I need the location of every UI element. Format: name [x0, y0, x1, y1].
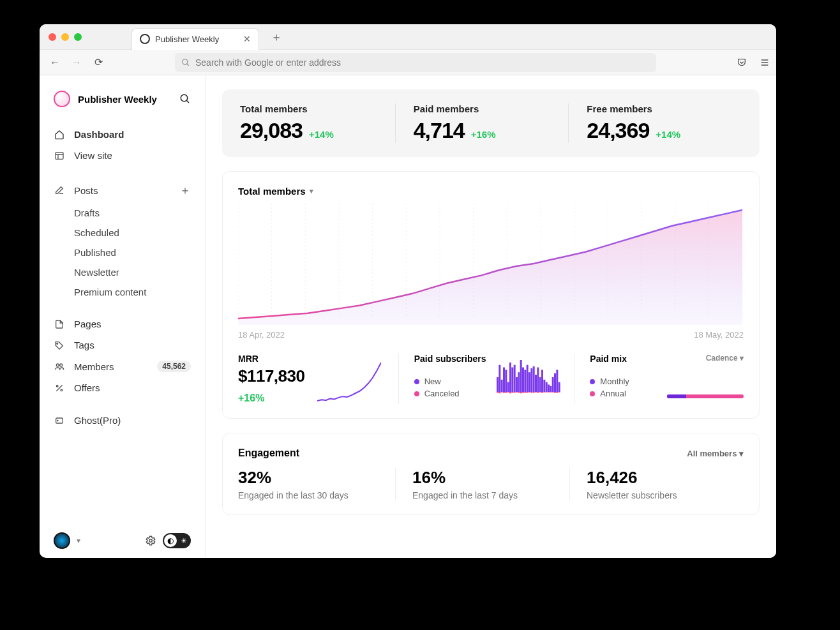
menu-icon[interactable] [760, 57, 770, 68]
sidebar-item-offers[interactable]: Offers [40, 377, 205, 398]
sidebar-item-premium[interactable]: Premium content [40, 282, 205, 302]
sidebar-item-drafts[interactable]: Drafts [40, 203, 205, 223]
sidebar-item-pages[interactable]: Pages [40, 313, 205, 334]
svg-rect-86 [550, 392, 551, 393]
url-bar[interactable]: Search with Google or enter address [175, 53, 656, 72]
sidebar-item-scheduled[interactable]: Scheduled [40, 223, 205, 243]
svg-rect-47 [509, 363, 511, 392]
window-controls [49, 33, 82, 41]
chevron-down-icon: ▾ [310, 187, 313, 195]
sidebar-item-label: Newsletter [74, 267, 119, 278]
workspace-title[interactable]: Publisher Weekly [78, 94, 172, 105]
stats-cards: Total members 29,083 +14% Paid members 4… [222, 89, 760, 157]
svg-rect-57 [520, 360, 521, 392]
svg-rect-79 [543, 380, 545, 392]
minimize-window-icon[interactable] [61, 33, 69, 41]
svg-rect-45 [507, 382, 509, 392]
paid-subscribers-card[interactable]: Paid subscribers New Canceled [398, 354, 568, 404]
svg-line-1 [187, 63, 189, 65]
sidebar-footer: ▾ ◐ ☀ [40, 532, 205, 549]
sidebar-item-newsletter[interactable]: Newsletter [40, 262, 205, 282]
svg-rect-94 [558, 392, 560, 393]
svg-rect-92 [556, 392, 558, 393]
svg-rect-58 [520, 392, 521, 393]
svg-rect-60 [522, 392, 524, 393]
pocket-icon[interactable] [737, 57, 747, 68]
svg-rect-71 [535, 375, 537, 392]
mrr-card[interactable]: MRR $117,830 +16% [238, 354, 392, 404]
sidebar-item-label: Members [74, 361, 114, 372]
sidebar-item-ghost-pro[interactable]: Ghost(Pro) [40, 410, 205, 431]
members-chart-card: Total members ▾ 18 Apr, 2022 18 May, 202… [222, 171, 760, 419]
svg-rect-70 [532, 392, 534, 393]
sidebar-item-label: Dashboard [74, 129, 124, 140]
sidebar-item-label: Drafts [74, 207, 100, 218]
titlebar: Publisher Weekly ✕ ＋ [40, 24, 776, 50]
svg-rect-80 [543, 392, 545, 393]
stat-paid-members[interactable]: Paid members 4,714 +16% [395, 103, 569, 143]
stat-total-members[interactable]: Total members 29,083 +14% [240, 103, 395, 143]
sidebar-item-label: Posts [74, 185, 98, 196]
sidebar-item-posts[interactable]: Posts ＋ [40, 177, 205, 203]
cadence-dropdown[interactable]: Cadence ▾ [706, 354, 744, 364]
avatar[interactable] [54, 532, 70, 549]
new-tab-icon[interactable]: ＋ [271, 29, 282, 45]
svg-rect-73 [537, 368, 539, 392]
svg-rect-52 [513, 392, 515, 393]
svg-rect-37 [499, 365, 500, 392]
tag-icon [54, 340, 65, 350]
stat-label: Paid members [414, 103, 556, 114]
forward-icon[interactable]: → [68, 57, 86, 68]
sidebar-item-view-site[interactable]: View site [40, 145, 205, 166]
chart-dropdown[interactable]: Total members ▾ [238, 186, 744, 197]
svg-rect-49 [511, 368, 513, 392]
edit-icon [54, 185, 65, 195]
svg-rect-84 [548, 392, 550, 393]
chart-start-date: 18 Apr, 2022 [238, 330, 285, 340]
search-icon [181, 58, 190, 67]
engagement-30d[interactable]: 32% Engaged in the last 30 days [238, 468, 395, 500]
svg-rect-43 [505, 370, 507, 392]
theme-toggle[interactable]: ◐ ☀ [163, 533, 191, 548]
chevron-down-icon[interactable]: ▾ [77, 536, 80, 545]
back-icon[interactable]: ← [46, 57, 64, 68]
svg-point-17 [57, 420, 58, 421]
page-icon [54, 319, 65, 329]
svg-rect-85 [550, 386, 551, 392]
legend-dot-icon [414, 391, 419, 396]
engagement-newsletter[interactable]: 16,426 Newsletter subscribers [569, 468, 744, 500]
svg-rect-41 [503, 368, 505, 392]
svg-point-10 [57, 343, 58, 344]
stat-label: Free members [587, 103, 729, 114]
close-window-icon[interactable] [49, 33, 56, 41]
engagement-7d[interactable]: 16% Engaged in the last 7 days [395, 468, 569, 500]
browser-tab[interactable]: Publisher Weekly ✕ [131, 28, 259, 50]
engagement-value: 16% [412, 468, 569, 488]
engagement-dropdown[interactable]: All members ▾ [687, 449, 744, 458]
members-count-badge: 45,562 [157, 361, 191, 372]
stat-free-members[interactable]: Free members 24,369 +14% [568, 103, 742, 143]
chevron-down-icon: ▾ [739, 449, 744, 458]
gear-icon[interactable] [145, 535, 156, 546]
sidebar-item-dashboard[interactable]: Dashboard [40, 124, 205, 145]
stat-label: Total members [240, 103, 382, 114]
svg-rect-67 [530, 368, 532, 392]
sidebar-item-tags[interactable]: Tags [40, 334, 205, 356]
legend-dot-icon [590, 379, 595, 384]
main-content: Total members 29,083 +14% Paid members 4… [206, 75, 776, 558]
legend-dot-icon [590, 391, 595, 396]
close-tab-icon[interactable]: ✕ [243, 34, 251, 44]
svg-point-14 [56, 385, 58, 387]
paid-mix-card[interactable]: Paid mix Cadence ▾ Monthly Annual [574, 354, 744, 404]
svg-line-13 [56, 385, 62, 391]
sidebar-item-published[interactable]: Published [40, 243, 205, 262]
maximize-window-icon[interactable] [74, 33, 82, 41]
svg-rect-61 [524, 370, 526, 392]
sidebar-item-members[interactable]: Members 45,562 [40, 356, 205, 377]
search-icon[interactable] [179, 93, 191, 105]
svg-rect-89 [554, 373, 556, 392]
add-post-icon[interactable]: ＋ [179, 183, 191, 198]
svg-rect-35 [497, 377, 499, 392]
svg-point-11 [56, 364, 59, 366]
reload-icon[interactable]: ⟳ [89, 56, 107, 68]
